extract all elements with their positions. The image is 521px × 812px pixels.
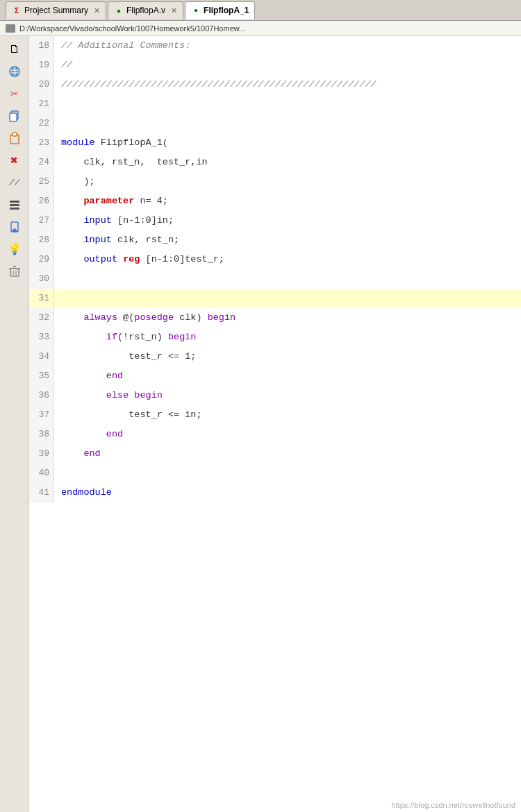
code-line-38: 38 end: [29, 425, 521, 444]
code-line-41: 41 endmodule: [29, 483, 521, 502]
sidebar-bulb-icon[interactable]: 💡: [4, 239, 25, 260]
line-content-39: end: [54, 444, 101, 464]
line-content-31: [54, 289, 61, 308]
line-content-18: // Additional Comments:: [54, 36, 190, 56]
line-content-26: parameter n= 4;: [54, 192, 168, 211]
tab-label-project-summary: Project Summary: [24, 6, 88, 15]
path-bar: D:/Workspace/Vivado/schoolWork/1007Homew…: [0, 21, 521, 36]
line-content-37: test_r <= in;: [54, 405, 202, 425]
line-content-21: [54, 94, 61, 114]
line-number-18: 18: [29, 36, 54, 56]
green-dot-icon-1: ●: [114, 6, 124, 15]
code-line-32: 32 always @(posedge clk) begin: [29, 308, 521, 328]
line-content-20: ////////////////////////////////////////…: [54, 75, 377, 94]
line-number-32: 32: [29, 308, 54, 328]
code-line-30: 30: [29, 269, 521, 289]
code-line-19: 19 //: [29, 56, 521, 75]
line-content-41: endmodule: [54, 483, 112, 502]
line-number-29: 29: [29, 250, 54, 269]
line-number-28: 28: [29, 230, 54, 250]
code-line-40: 40: [29, 464, 521, 483]
sigma-icon: Σ: [12, 6, 22, 15]
tab-project-summary[interactable]: Σ Project Summary ✕: [6, 1, 106, 19]
line-content-22: [54, 114, 61, 133]
code-line-28: 28 input clk, rst_n;: [29, 230, 521, 250]
line-content-36: else begin: [54, 386, 163, 405]
sidebar-trash-icon[interactable]: [4, 261, 25, 282]
line-number-38: 38: [29, 425, 54, 444]
sidebar-scissors-icon[interactable]: ✂: [4, 83, 25, 104]
line-content-38: end: [54, 425, 123, 444]
code-line-21: 21: [29, 94, 521, 114]
line-number-31: 31: [29, 289, 54, 308]
line-content-19: //: [54, 56, 72, 75]
svg-rect-13: [10, 269, 19, 276]
sidebar-comment-icon[interactable]: //: [4, 172, 25, 193]
code-line-18: 18 // Additional Comments:: [29, 36, 521, 56]
sidebar: 🗋 ✂ ✖ // 💡: [0, 36, 29, 812]
line-number-19: 19: [29, 56, 54, 75]
line-number-25: 25: [29, 172, 54, 192]
sidebar-globe-icon[interactable]: [4, 61, 25, 82]
line-content-24: clk, rst_n, test_r,in: [54, 153, 208, 172]
line-number-22: 22: [29, 114, 54, 133]
code-area: 18 // Additional Comments: 19 // 20 ////…: [29, 36, 521, 812]
line-content-30: [54, 269, 61, 289]
line-number-24: 24: [29, 153, 54, 172]
code-line-31: 31: [29, 289, 521, 308]
line-content-32: always @(posedge clk) begin: [54, 308, 235, 328]
line-content-28: input clk, rst_n;: [54, 230, 179, 250]
code-line-24: 24 clk, rst_n, test_r,in: [29, 153, 521, 172]
code-line-35: 35 end: [29, 366, 521, 386]
sidebar-list-icon[interactable]: [4, 194, 25, 215]
line-content-35: end: [54, 366, 123, 386]
tab-label-flipflop-a: FlipflopA.v: [126, 6, 165, 15]
line-content-23: module FlipflopA_1(: [54, 133, 168, 153]
svg-rect-6: [10, 113, 17, 121]
line-number-40: 40: [29, 464, 54, 483]
tab-label-flipflop-a1: FlipflopA_1: [204, 6, 249, 15]
code-line-23: 23 module FlipflopA_1(: [29, 133, 521, 153]
tab-close-project-summary[interactable]: ✕: [94, 6, 100, 15]
line-content-29: output reg [n-1:0]test_r;: [54, 250, 224, 269]
watermark: https://blog.csdn.net/roswellnotfound: [391, 801, 515, 809]
line-number-21: 21: [29, 94, 54, 114]
code-lines: 18 // Additional Comments: 19 // 20 ////…: [29, 36, 521, 502]
code-line-36: 36 else begin: [29, 386, 521, 405]
tab-bar: Σ Project Summary ✕ ● FlipflopA.v ✕ ● Fl…: [0, 0, 521, 21]
code-line-27: 27 input [n-1:0]in;: [29, 211, 521, 230]
tab-flipflop-a1[interactable]: ● FlipflopA_1: [185, 1, 255, 19]
line-number-35: 35: [29, 366, 54, 386]
sidebar-delete-icon[interactable]: ✖: [4, 150, 25, 171]
code-line-20: 20 /////////////////////////////////////…: [29, 75, 521, 94]
sidebar-copy-icon[interactable]: [4, 105, 25, 126]
line-number-34: 34: [29, 347, 54, 366]
svg-rect-8: [13, 133, 17, 136]
code-line-33: 33 if(!rst_n) begin: [29, 328, 521, 347]
line-content-25: );: [54, 172, 95, 192]
line-number-37: 37: [29, 405, 54, 425]
svg-rect-10: [10, 204, 19, 206]
tab-flipflop-a[interactable]: ● FlipflopA.v ✕: [108, 1, 183, 19]
sidebar-file-icon[interactable]: 🗋: [4, 39, 25, 60]
svg-rect-11: [10, 208, 19, 210]
line-number-26: 26: [29, 192, 54, 211]
code-line-29: 29 output reg [n-1:0]test_r;: [29, 250, 521, 269]
line-number-33: 33: [29, 328, 54, 347]
line-number-30: 30: [29, 269, 54, 289]
code-line-39: 39 end: [29, 444, 521, 464]
tab-close-flipflop-a[interactable]: ✕: [171, 6, 177, 15]
svg-rect-9: [10, 201, 19, 203]
line-number-41: 41: [29, 483, 54, 502]
code-line-34: 34 test_r <= 1;: [29, 347, 521, 366]
green-dot-icon-2: ●: [191, 6, 201, 15]
line-number-20: 20: [29, 75, 54, 94]
sidebar-paste-icon[interactable]: [4, 128, 25, 149]
line-content-34: test_r <= 1;: [54, 347, 196, 366]
code-line-37: 37 test_r <= in;: [29, 405, 521, 425]
sidebar-bookmark-icon[interactable]: [4, 217, 25, 237]
line-number-36: 36: [29, 386, 54, 405]
code-line-22: 22: [29, 114, 521, 133]
line-number-27: 27: [29, 211, 54, 230]
line-content-40: [54, 464, 61, 483]
